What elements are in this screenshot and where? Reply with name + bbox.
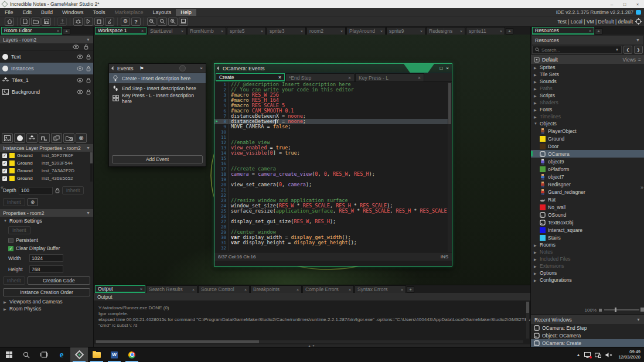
- object-item-ocamera[interactable]: OCamera: [531, 150, 644, 158]
- code-line-14[interactable]: 14view_visible[0] = true;: [214, 151, 452, 156]
- run-button[interactable]: [84, 18, 93, 26]
- create-executable-button[interactable]: [57, 18, 67, 26]
- tab-resources[interactable]: Resources×: [532, 27, 594, 35]
- lock-icon[interactable]: [86, 89, 91, 95]
- close-tab-icon[interactable]: ×: [297, 288, 299, 292]
- tree-node-timelines[interactable]: ▶Timelines: [531, 113, 644, 120]
- search-filter-chevron-icon[interactable]: ▼: [615, 48, 619, 52]
- code-line-32[interactable]: 32: [214, 245, 452, 251]
- edge-taskbar-button[interactable]: e: [53, 347, 70, 362]
- room-physics-node[interactable]: ▶ Room Physics: [0, 305, 93, 312]
- lock-icon[interactable]: [86, 66, 91, 71]
- object-item-door[interactable]: Door: [531, 142, 644, 150]
- zoom-out-handle[interactable]: [599, 309, 602, 312]
- close-tab-icon[interactable]: ×: [418, 75, 421, 81]
- object-item-object7[interactable]: object7: [531, 173, 644, 180]
- tile-layer-button[interactable]: [26, 133, 38, 143]
- tree-node-fonts[interactable]: ▶Fonts: [531, 106, 644, 113]
- instance-row[interactable]: ✓Groundinst_7A3A2F2D: [0, 167, 90, 175]
- workspace-tab-sprite9[interactable]: sprite9×: [386, 27, 425, 35]
- close-tab-icon[interactable]: ×: [500, 29, 502, 33]
- build-targets-text[interactable]: Test | Local | VM | Default | default: [557, 19, 633, 25]
- zoom-in-button[interactable]: [168, 18, 178, 26]
- stop-button[interactable]: [94, 18, 104, 26]
- code-tab-key-press-l[interactable]: Key Press - L×: [355, 73, 424, 81]
- workspace-tab-workspace-1[interactable]: Workspace 1×: [95, 27, 146, 35]
- menu-windows[interactable]: Windows: [57, 9, 88, 16]
- code-line-31[interactable]: 31var display_height = display_get_heigh…: [214, 240, 452, 245]
- lock-icon[interactable]: [84, 44, 88, 50]
- layer-row-instances[interactable]: Instances: [0, 63, 93, 74]
- home-button[interactable]: [5, 18, 14, 26]
- eye-icon[interactable]: [77, 54, 83, 59]
- event-row-create[interactable]: Create - Insert description here: [109, 73, 206, 83]
- clear-display-buffer-checkbox[interactable]: ✓: [8, 246, 13, 251]
- eye-icon[interactable]: [73, 45, 79, 49]
- game-options-button[interactable]: ⚙: [121, 18, 130, 26]
- width-input[interactable]: [29, 254, 63, 262]
- background-layer-button[interactable]: [2, 133, 13, 143]
- collapse-right-panel-arrow[interactable]: »: [640, 185, 643, 190]
- code-line-20[interactable]: 20view_set_camera(0, camera);: [214, 182, 452, 187]
- tree-node-sprites[interactable]: ▶Sprites: [531, 64, 644, 71]
- layer-row-background[interactable]: Background: [0, 86, 93, 98]
- close-tab-icon[interactable]: ×: [141, 29, 144, 33]
- output-vscrollbar[interactable]: [526, 302, 529, 339]
- close-button[interactable]: ×: [631, 2, 644, 7]
- code-editor-window[interactable]: OCamera: Events □× Create×*End Step×Key …: [214, 63, 452, 267]
- save-project-button[interactable]: [42, 18, 51, 26]
- path-layer-button[interactable]: [39, 133, 50, 143]
- object-item-oplatform[interactable]: oPlatform: [531, 165, 644, 173]
- output-tab-syntax-errors[interactable]: Syntax Errors×: [355, 285, 406, 293]
- code-scrollbar[interactable]: [448, 82, 452, 252]
- taskbar-search-button[interactable]: [18, 347, 35, 362]
- output-tab-source-control[interactable]: Source Control×: [198, 285, 250, 293]
- object-item-playerobject[interactable]: PlayerObject: [531, 127, 644, 135]
- instance-row[interactable]: ✓Groundinst_5393F544: [0, 159, 90, 167]
- tree-node-extensions[interactable]: ▶Extensions: [531, 262, 644, 269]
- resources-dropdown[interactable]: Resources▼: [532, 36, 643, 45]
- eye-icon[interactable]: [77, 78, 83, 83]
- add-tab-button[interactable]: +: [595, 28, 602, 35]
- code-line-25[interactable]: 25surface_resize(application_surface, RE…: [214, 209, 452, 214]
- close-tab-icon[interactable]: ×: [244, 288, 247, 292]
- menu-hamburger-icon[interactable]: ≡: [638, 57, 641, 63]
- recent-window-ocamera-create[interactable]: OCamera: Create: [531, 339, 644, 347]
- zoom-reset-button[interactable]: [158, 18, 167, 26]
- object-item-redisgner[interactable]: Redisgner: [531, 180, 644, 188]
- menu-file[interactable]: File: [0, 9, 18, 16]
- instance-checkbox[interactable]: ✓: [2, 176, 7, 181]
- output-log[interactable]: Y:/windows/Runner.exe DONE (0)Igor compl…: [94, 300, 530, 344]
- event-row-end-step[interactable]: End Step - Insert description here: [109, 83, 206, 93]
- zoom-out-button[interactable]: [147, 18, 156, 26]
- maximize-button[interactable]: □: [618, 2, 631, 7]
- depth-input[interactable]: [19, 187, 53, 194]
- workspace-tab-sprite5[interactable]: sprite5×: [227, 27, 266, 35]
- workspace-tab-playaround[interactable]: PlayAround×: [346, 27, 386, 35]
- add-workspace-tab-button[interactable]: +: [506, 28, 513, 35]
- close-tab-icon[interactable]: ×: [261, 29, 263, 33]
- zoom-slider[interactable]: [604, 309, 639, 310]
- maximize-icon[interactable]: □: [439, 66, 442, 71]
- close-tab-icon[interactable]: ×: [589, 29, 591, 33]
- events-window-titlebar[interactable]: Events ⚑ ×: [109, 64, 206, 73]
- close-tab-icon[interactable]: ×: [340, 29, 343, 33]
- close-tab-icon[interactable]: ×: [420, 29, 422, 33]
- output-tab-compile-errors[interactable]: Compile Errors×: [302, 285, 354, 293]
- output-hscrollbar[interactable]: [95, 340, 523, 343]
- code-tab-create[interactable]: Create×: [216, 73, 285, 81]
- start-button[interactable]: [0, 347, 18, 362]
- object-item-no-wall[interactable]: No_wall: [531, 203, 644, 211]
- persistent-row[interactable]: Persistent: [0, 236, 93, 244]
- code-line-21[interactable]: 21: [214, 187, 452, 193]
- object-item-guard-redisgner[interactable]: Guard_redisgner: [531, 188, 644, 196]
- collapse-left-panel-arrow[interactable]: «: [1, 185, 4, 190]
- height-input[interactable]: [29, 265, 63, 273]
- close-icon[interactable]: ×: [200, 66, 203, 71]
- menu-build[interactable]: Build: [36, 9, 57, 16]
- folder-layer-button[interactable]: [63, 133, 74, 143]
- target-options-icon[interactable]: [635, 18, 642, 25]
- volume-muted-icon[interactable]: [605, 352, 612, 358]
- workspace-tab-startlevel[interactable]: StartLevel×: [147, 27, 186, 35]
- instances-properties-header[interactable]: Instances Layer Properties - room2▼: [0, 144, 93, 152]
